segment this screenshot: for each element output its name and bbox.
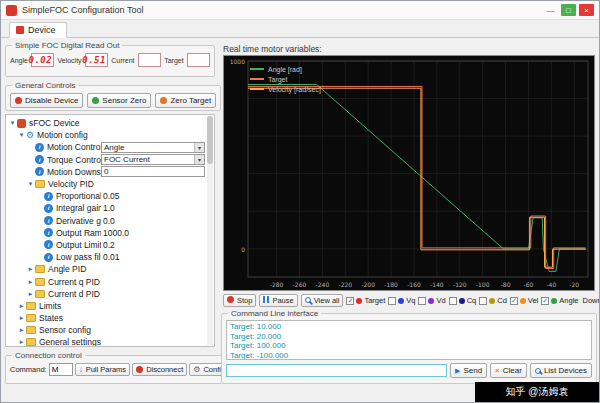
tab-device[interactable]: Device: [9, 22, 67, 38]
tree-row-current-d-pid[interactable]: ▸Current d PID: [8, 288, 205, 300]
tree-row-motion-downsample[interactable]: iMotion Downsample0: [8, 166, 205, 178]
titlebar: SimpleFOC Configuration Tool — □ ×: [1, 1, 599, 20]
list-devices-button[interactable]: List Devices: [530, 363, 592, 378]
tree-item-label: Integral gain: [56, 203, 101, 213]
checkbox-cq[interactable]: [449, 297, 457, 305]
minimize-icon[interactable]: —: [543, 4, 558, 16]
general-controls-group: General Controls Disable DeviceSensor Ze…: [5, 81, 221, 111]
expander-icon[interactable]: ▸: [26, 278, 35, 286]
sensor-zero-button[interactable]: Sensor Zero: [87, 93, 151, 108]
expander-icon[interactable]: ▸: [17, 302, 26, 310]
checkbox-target[interactable]: ✓: [346, 297, 354, 305]
info-icon: i: [35, 167, 44, 176]
view-all-button[interactable]: View all: [301, 294, 344, 307]
tree-row-current-q-pid[interactable]: ▸Current q PID: [8, 275, 205, 287]
legend-label: Angle [rad]: [268, 66, 302, 73]
tree-row-derivative-gain[interactable]: iDerivative gain0.0: [8, 215, 205, 227]
svg-text:-160: -160: [407, 281, 421, 288]
tree-row-angle-pid[interactable]: ▸Angle PID: [8, 263, 205, 275]
svg-text:-100: -100: [476, 281, 490, 288]
chart-controls: Stop Pause View all ✓TargetVqVdCqCd✓Vel✓…: [223, 294, 597, 307]
checkbox-cd[interactable]: [479, 297, 487, 305]
tree-row-general-settings[interactable]: ▸General settings: [8, 336, 205, 347]
expander-icon[interactable]: ▾: [26, 180, 35, 188]
tree-row-torque-control-type[interactable]: iTorque Control TypeFOC Current▾: [8, 154, 205, 166]
svg-text:-20: -20: [569, 281, 579, 288]
svg-text:-200: -200: [361, 281, 375, 288]
cli-line: Target: 100.000: [230, 341, 588, 351]
expander-icon[interactable]: ▸: [17, 314, 26, 322]
readout-label-current: Current: [111, 57, 134, 64]
legend-line-sample: [250, 68, 264, 70]
disconnect-button[interactable]: Disconnect: [132, 363, 187, 376]
readout-value-target: [187, 53, 210, 67]
send-button[interactable]: ▶Send: [450, 363, 487, 378]
legend-label: Target: [268, 76, 287, 83]
expander-icon[interactable]: ▸: [26, 290, 35, 298]
expander-icon[interactable]: ▸: [26, 265, 35, 273]
series-color-dot: [489, 298, 495, 304]
command-input[interactable]: [49, 363, 73, 376]
tree-row-proportional-gain[interactable]: iProportional gain0.05: [8, 190, 205, 202]
watermark: 知乎 @汤姆袁: [475, 382, 599, 402]
clear-button[interactable]: ×Clear: [490, 363, 527, 378]
general-controls-buttons: Disable DeviceSensor ZeroZero Target: [10, 93, 216, 108]
tree-row-integral-gain[interactable]: iIntegral gain1.0: [8, 202, 205, 214]
tree-row-motion-config[interactable]: ▾⚙Motion config: [8, 129, 205, 141]
maximize-icon[interactable]: □: [561, 4, 576, 16]
svg-text:-40: -40: [546, 281, 556, 288]
tree-row-velocity-pid[interactable]: ▾Velocity PID: [8, 178, 205, 190]
tree-row-output-ramp[interactable]: iOutput Ramp1000.0: [8, 227, 205, 239]
checkbox-vd[interactable]: [418, 297, 426, 305]
close-icon[interactable]: ×: [579, 4, 594, 16]
tree-value-input[interactable]: 0: [101, 166, 205, 177]
info-icon: i: [44, 253, 53, 262]
tree-scrollbar-thumb[interactable]: [207, 116, 213, 164]
cli-input[interactable]: [226, 364, 447, 377]
expander-icon[interactable]: ▸: [17, 338, 26, 346]
folder-icon: [26, 338, 36, 346]
pause-button[interactable]: Pause: [259, 294, 297, 307]
tree-row-output-limit[interactable]: iOutput Limit0.2: [8, 239, 205, 251]
readout-title: Simple FOC Digital Read Out: [12, 41, 122, 50]
folder-icon: [35, 278, 45, 286]
configure-icon: ⚙: [193, 366, 200, 374]
svg-text:-80: -80: [501, 281, 511, 288]
cli-buttons: ▶Send×ClearList Devices: [450, 363, 592, 378]
series-toggle-label: Vel: [528, 296, 538, 305]
cli-output[interactable]: Target: 10.000Target: 20.000Target: 100.…: [226, 320, 592, 360]
expander-icon[interactable]: ▾: [8, 119, 17, 127]
connection-buttons: ↓Pull ParamsDisconnect⚙Configure: [75, 363, 240, 376]
tree-value-select[interactable]: FOC Current▾: [101, 154, 205, 165]
disable-device-button[interactable]: Disable Device: [10, 93, 83, 108]
checkbox-angle[interactable]: ✓: [541, 297, 549, 305]
tree-value-select[interactable]: Angle▾: [101, 142, 205, 153]
tree-scrollbar[interactable]: [207, 116, 213, 345]
tree-value: 0.01: [101, 252, 205, 262]
tree-row-sensor-config[interactable]: ▸Sensor config: [8, 324, 205, 336]
tree-row-limits[interactable]: ▸Limits: [8, 300, 205, 312]
expander-icon[interactable]: ▸: [17, 326, 26, 334]
realtime-chart[interactable]: -280-260-240-220-200-180-160-140-120-100…: [223, 55, 595, 291]
series-toggle-label: Vd: [436, 296, 445, 305]
tree-item-label: States: [39, 313, 205, 323]
zero-target-button[interactable]: Zero Target: [155, 93, 216, 108]
tree-item-label: General settings: [39, 337, 205, 347]
chevron-down-icon: ▾: [194, 155, 204, 164]
checkbox-vq[interactable]: [388, 297, 396, 305]
tree-item-label: Proportional gain: [56, 191, 101, 201]
pull-params-button[interactable]: ↓Pull Params: [75, 363, 130, 376]
tree-row-states[interactable]: ▸States: [8, 312, 205, 324]
disable-device-icon: [15, 97, 22, 104]
checkbox-vel[interactable]: ✓: [510, 297, 518, 305]
expander-icon[interactable]: ▾: [17, 131, 26, 139]
tree-row-low-pass-filter[interactable]: iLow pass filter0.01: [8, 251, 205, 263]
tree-value: 1.0: [101, 203, 205, 213]
tree-row-sfoc-device[interactable]: ▾sFOC Device: [8, 117, 205, 129]
tree-row-motion-control-type[interactable]: iMotion Control TypeAngle▾: [8, 141, 205, 153]
chip-icon: [17, 119, 26, 128]
legend-item: Velocity [rad/sec]: [250, 84, 321, 94]
device-tab-icon: [16, 26, 24, 34]
view-all-button-label: View all: [314, 296, 340, 305]
stop-button[interactable]: Stop: [223, 294, 256, 307]
